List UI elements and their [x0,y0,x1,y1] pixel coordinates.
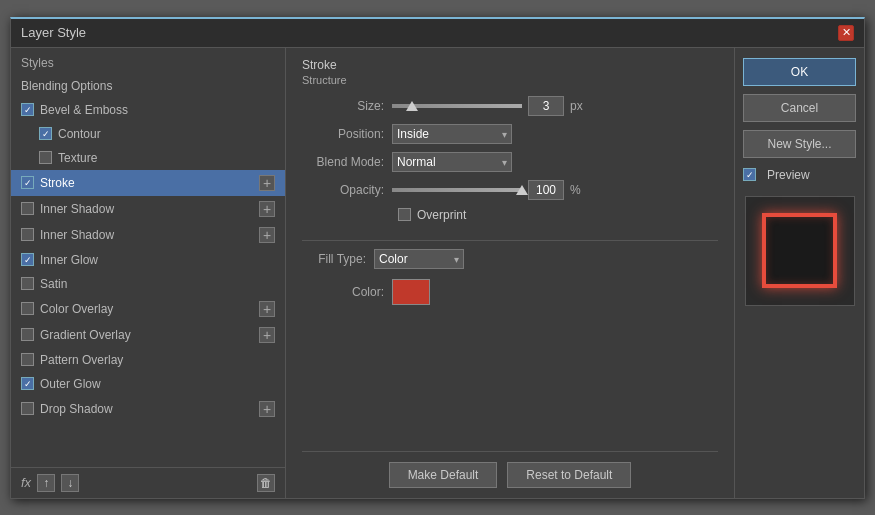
opacity-slider-container: % [392,180,581,200]
cancel-button[interactable]: Cancel [743,94,856,122]
size-label: Size: [302,99,392,113]
satin-checkbox[interactable] [21,277,34,290]
make-default-button[interactable]: Make Default [389,462,498,488]
fx-label: fx [21,475,31,490]
preview-box [745,196,855,306]
blend-mode-row: Blend Mode: Normal Dissolve Multiply Scr… [302,152,718,172]
inner-shadow-2-label: Inner Shadow [40,228,114,242]
texture-label: Texture [58,151,97,165]
sidebar-item-contour[interactable]: Contour [11,122,285,146]
section-title: Stroke [302,58,718,72]
sidebar-item-drop-shadow[interactable]: Drop Shadow + [11,396,285,422]
center-footer: Make Default Reset to Default [302,451,718,488]
size-input[interactable] [528,96,564,116]
sidebar-item-blending-options[interactable]: Blending Options [11,74,285,98]
position-row: Position: Inside Outside Center [302,124,718,144]
bevel-emboss-label: Bevel & Emboss [40,103,128,117]
size-slider[interactable] [392,104,522,108]
size-row: Size: px [302,96,718,116]
preview-label: Preview [767,168,810,182]
styles-header: Styles [11,48,285,74]
sidebar-item-satin[interactable]: Satin [11,272,285,296]
styles-list: Blending Options Bevel & Emboss Contour … [11,74,285,467]
section-subtitle: Structure [302,74,718,86]
stroke-label: Stroke [40,176,75,190]
sidebar-item-color-overlay[interactable]: Color Overlay + [11,296,285,322]
new-style-button[interactable]: New Style... [743,130,856,158]
position-label: Position: [302,127,392,141]
sidebar-item-texture[interactable]: Texture [11,146,285,170]
texture-checkbox[interactable] [39,151,52,164]
center-panel: Stroke Structure Size: px Position: [286,48,734,498]
contour-checkbox[interactable] [39,127,52,140]
sidebar-item-outer-glow[interactable]: Outer Glow [11,372,285,396]
ok-button[interactable]: OK [743,58,856,86]
move-up-button[interactable]: ↑ [37,474,55,492]
color-swatch[interactable] [392,279,430,305]
sidebar-item-inner-shadow-2[interactable]: Inner Shadow + [11,222,285,248]
inner-glow-label: Inner Glow [40,253,98,267]
close-button[interactable]: ✕ [838,25,854,41]
outer-glow-label: Outer Glow [40,377,101,391]
pattern-overlay-checkbox[interactable] [21,353,34,366]
move-down-button[interactable]: ↓ [61,474,79,492]
gradient-overlay-label: Gradient Overlay [40,328,131,342]
inner-shadow-2-checkbox[interactable] [21,228,34,241]
opacity-label: Opacity: [302,183,392,197]
sidebar-item-inner-shadow-1[interactable]: Inner Shadow + [11,196,285,222]
fill-type-select[interactable]: Color Gradient Pattern [374,249,464,269]
sidebar-item-stroke[interactable]: Stroke + [11,170,285,196]
contour-label: Contour [58,127,101,141]
size-unit: px [570,99,583,113]
reset-to-default-button[interactable]: Reset to Default [507,462,631,488]
satin-label: Satin [40,277,67,291]
preview-label-row: Preview [743,166,856,184]
opacity-slider-thumb [516,185,528,195]
opacity-slider[interactable] [392,188,522,192]
color-overlay-label: Color Overlay [40,302,113,316]
sidebar-item-bevel-emboss[interactable]: Bevel & Emboss [11,98,285,122]
drop-shadow-add-icon[interactable]: + [259,401,275,417]
preview-inner [762,213,837,288]
outer-glow-checkbox[interactable] [21,377,34,390]
color-overlay-checkbox[interactable] [21,302,34,315]
position-select[interactable]: Inside Outside Center [392,124,512,144]
delete-button[interactable]: 🗑 [257,474,275,492]
inner-glow-checkbox[interactable] [21,253,34,266]
right-panel: OK Cancel New Style... Preview [734,48,864,498]
sidebar-item-pattern-overlay[interactable]: Pattern Overlay [11,348,285,372]
stroke-checkbox[interactable] [21,176,34,189]
fill-type-label: Fill Type: [302,252,374,266]
dialog-body: Styles Blending Options Bevel & Emboss C… [11,48,864,498]
divider [302,240,718,241]
gradient-overlay-checkbox[interactable] [21,328,34,341]
inner-shadow-1-add-icon[interactable]: + [259,201,275,217]
blend-mode-select[interactable]: Normal Dissolve Multiply Screen [392,152,512,172]
bevel-emboss-checkbox[interactable] [21,103,34,116]
overprint-checkbox[interactable] [398,208,411,221]
size-slider-thumb [406,101,418,111]
fill-type-select-wrapper: Color Gradient Pattern [374,249,464,269]
overprint-label: Overprint [417,208,466,222]
blend-mode-select-wrapper: Normal Dissolve Multiply Screen [392,152,512,172]
blending-options-label: Blending Options [21,79,112,93]
dialog-title: Layer Style [21,25,86,40]
blend-mode-label: Blend Mode: [302,155,392,169]
inner-shadow-2-add-icon[interactable]: + [259,227,275,243]
left-panel-footer: fx ↑ ↓ 🗑 [11,467,285,498]
overprint-row: Overprint [302,208,718,222]
sidebar-item-gradient-overlay[interactable]: Gradient Overlay + [11,322,285,348]
left-panel: Styles Blending Options Bevel & Emboss C… [11,48,286,498]
inner-shadow-1-checkbox[interactable] [21,202,34,215]
gradient-overlay-add-icon[interactable]: + [259,327,275,343]
opacity-row: Opacity: % [302,180,718,200]
drop-shadow-checkbox[interactable] [21,402,34,415]
title-bar: Layer Style ✕ [11,19,864,48]
opacity-input[interactable] [528,180,564,200]
opacity-unit: % [570,183,581,197]
stroke-add-icon[interactable]: + [259,175,275,191]
color-overlay-add-icon[interactable]: + [259,301,275,317]
sidebar-item-inner-glow[interactable]: Inner Glow [11,248,285,272]
preview-checkbox[interactable] [743,168,756,181]
drop-shadow-label: Drop Shadow [40,402,113,416]
